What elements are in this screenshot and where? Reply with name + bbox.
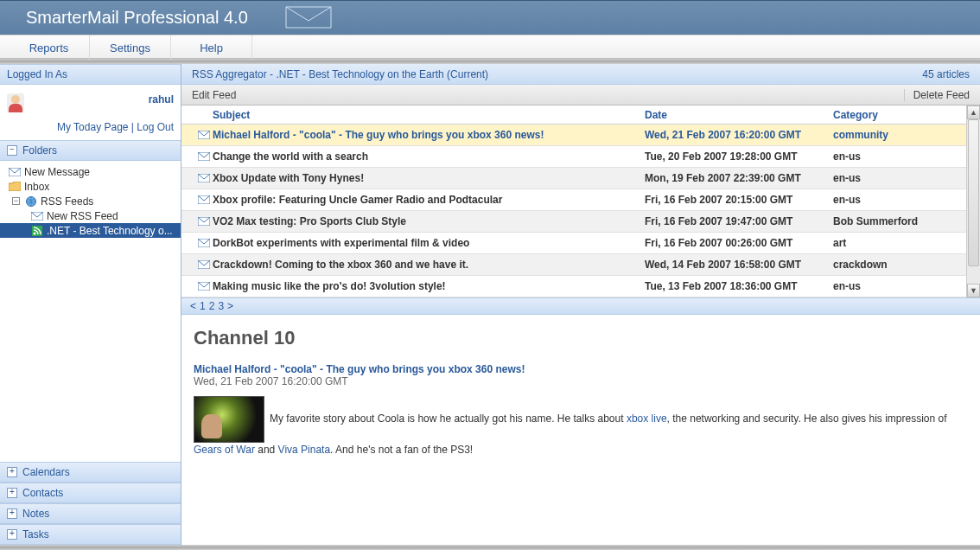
table-row[interactable]: DorkBot experiments with experimental fi… bbox=[181, 233, 966, 254]
mail-icon bbox=[195, 174, 213, 182]
col-date[interactable]: Date bbox=[645, 109, 833, 121]
pager-prev[interactable]: < bbox=[190, 300, 196, 312]
folder-tree: New Message Inbox − RSS Feeds New RSS Fe… bbox=[0, 161, 181, 245]
feed-selected-label: .NET - Best Technology o... bbox=[47, 225, 173, 237]
link-gears-of-war[interactable]: Gears of War bbox=[194, 444, 255, 456]
mail-icon bbox=[195, 195, 213, 204]
content-title: RSS Aggregator - .NET - Best Technology … bbox=[192, 68, 488, 80]
feed-selected[interactable]: .NET - Best Technology o... bbox=[0, 223, 181, 238]
expand-icon: + bbox=[7, 508, 17, 519]
feed-icon bbox=[31, 225, 43, 237]
row-date: Mon, 19 Feb 2007 22:39:00 GMT bbox=[645, 172, 833, 184]
mail-compose-icon bbox=[31, 210, 43, 222]
main-content: RSS Aggregator - .NET - Best Technology … bbox=[181, 64, 980, 545]
row-category: en-us bbox=[833, 280, 966, 292]
envelope-icon bbox=[283, 0, 334, 35]
menu-reports[interactable]: Reports bbox=[9, 35, 90, 60]
logged-in-header: Logged In As bbox=[0, 64, 181, 85]
folders-label: Folders bbox=[22, 144, 57, 157]
content-header: RSS Aggregator - .NET - Best Technology … bbox=[181, 64, 980, 85]
table-row[interactable]: Making music like the pro's do! 3volutio… bbox=[181, 276, 966, 297]
mail-icon bbox=[195, 282, 213, 291]
user-name: rahul bbox=[29, 93, 174, 112]
col-category[interactable]: Category bbox=[833, 109, 966, 121]
pager-next[interactable]: > bbox=[227, 300, 233, 312]
rss-feeds-folder[interactable]: − RSS Feeds bbox=[0, 194, 181, 208]
inbox-label: Inbox bbox=[24, 181, 49, 193]
mail-icon bbox=[195, 131, 213, 139]
row-date: Fri, 16 Feb 2007 00:26:00 GMT bbox=[645, 237, 833, 249]
mail-icon bbox=[195, 152, 213, 161]
article-thumbnail[interactable] bbox=[194, 396, 264, 443]
pager-2[interactable]: 2 bbox=[209, 300, 215, 312]
row-subject: Xbox profile: Featuring Uncle Gamer Radi… bbox=[213, 194, 645, 206]
mail-icon bbox=[195, 260, 213, 269]
link-xbox-live[interactable]: xbox live bbox=[627, 412, 667, 425]
notes-label: Notes bbox=[22, 508, 49, 520]
mail-icon bbox=[195, 217, 213, 226]
svg-point-4 bbox=[34, 232, 36, 234]
list-header: Subject Date Category bbox=[181, 106, 966, 125]
calendars-label: Calendars bbox=[22, 466, 70, 478]
row-subject: DorkBot experiments with experimental fi… bbox=[213, 237, 645, 249]
contacts-panel[interactable]: +Contacts bbox=[0, 483, 181, 503]
menu-help[interactable]: Help bbox=[171, 35, 252, 60]
expand-icon: + bbox=[7, 488, 17, 498]
row-subject: Crackdown! Coming to the xbox 360 and we… bbox=[213, 259, 645, 271]
app-banner: SmarterMail Professional 4.0 bbox=[0, 0, 980, 35]
scroll-down-icon[interactable]: ▼ bbox=[967, 284, 980, 297]
table-row[interactable]: Xbox profile: Featuring Uncle Gamer Radi… bbox=[181, 189, 966, 211]
row-subject: VO2 Max testing: Pro Sports Club Style bbox=[213, 215, 645, 227]
expand-icon: + bbox=[7, 467, 17, 477]
my-today-link[interactable]: My Today Page bbox=[57, 121, 129, 133]
scroll-thumb[interactable] bbox=[968, 119, 979, 266]
collapse-box-icon[interactable]: − bbox=[12, 197, 20, 205]
row-subject: Michael Halford - "coola" - The guy who … bbox=[213, 129, 645, 141]
row-category: crackdown bbox=[833, 259, 966, 271]
inbox-folder[interactable]: Inbox bbox=[0, 179, 181, 194]
pager-1[interactable]: 1 bbox=[200, 300, 206, 312]
list-scrollbar[interactable]: ▲ ▼ bbox=[966, 106, 980, 297]
table-row[interactable]: Change the world with a searchTue, 20 Fe… bbox=[181, 146, 966, 168]
footer-separator bbox=[0, 545, 980, 550]
delete-feed-button[interactable]: Delete Feed bbox=[904, 89, 970, 101]
body-text: and bbox=[255, 444, 278, 456]
row-subject: Xbox Update with Tony Hynes! bbox=[213, 172, 645, 184]
row-date: Fri, 16 Feb 2007 20:15:00 GMT bbox=[645, 194, 833, 206]
mail-compose-icon bbox=[9, 166, 21, 178]
row-category: art bbox=[833, 237, 966, 249]
notes-panel[interactable]: +Notes bbox=[0, 503, 181, 524]
row-date: Tue, 20 Feb 2007 19:28:00 GMT bbox=[645, 150, 833, 163]
table-row[interactable]: Michael Halford - "coola" - The guy who … bbox=[181, 125, 966, 146]
article-title[interactable]: Michael Halford - "coola" - The guy who … bbox=[194, 363, 968, 375]
new-message-link[interactable]: New Message bbox=[0, 164, 181, 179]
col-subject[interactable]: Subject bbox=[213, 109, 645, 121]
expand-icon: + bbox=[7, 529, 17, 540]
scroll-up-icon[interactable]: ▲ bbox=[967, 106, 980, 119]
body-text: . And he's not a fan of the PS3! bbox=[330, 444, 473, 456]
menu-settings[interactable]: Settings bbox=[90, 35, 171, 60]
row-category: en-us bbox=[833, 172, 966, 184]
table-row[interactable]: Crackdown! Coming to the xbox 360 and we… bbox=[181, 254, 966, 276]
user-avatar-icon bbox=[7, 93, 24, 112]
tasks-label: Tasks bbox=[22, 528, 49, 540]
tasks-panel[interactable]: +Tasks bbox=[0, 524, 181, 545]
folders-header[interactable]: − Folders bbox=[0, 140, 181, 161]
new-message-label: New Message bbox=[24, 166, 90, 178]
new-rss-feed-link[interactable]: New RSS Feed bbox=[0, 208, 181, 223]
pager-3[interactable]: 3 bbox=[218, 300, 224, 312]
calendars-panel[interactable]: +Calendars bbox=[0, 462, 181, 483]
rss-feeds-label: RSS Feeds bbox=[41, 195, 93, 208]
table-row[interactable]: VO2 Max testing: Pro Sports Club StyleFr… bbox=[181, 211, 966, 233]
app-title: SmarterMail Professional 4.0 bbox=[26, 8, 248, 28]
new-rss-feed-label: New RSS Feed bbox=[47, 210, 118, 222]
link-viva-pinata[interactable]: Viva Pinata bbox=[278, 444, 331, 456]
table-row[interactable]: Xbox Update with Tony Hynes!Mon, 19 Feb … bbox=[181, 168, 966, 189]
article-pane: Channel 10 Michael Halford - "coola" - T… bbox=[181, 315, 980, 545]
edit-feed-button[interactable]: Edit Feed bbox=[192, 89, 236, 101]
log-out-link[interactable]: Log Out bbox=[137, 121, 174, 133]
body-text: My favorite story about Coola is how he … bbox=[270, 412, 627, 425]
globe-icon bbox=[25, 195, 37, 208]
article-list: Subject Date Category Michael Halford - … bbox=[181, 106, 966, 297]
folder-icon bbox=[9, 181, 21, 193]
